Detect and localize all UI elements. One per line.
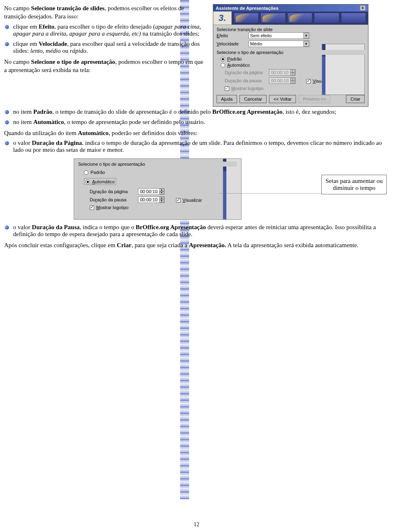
chevron-down-icon[interactable]: ▼ <box>159 200 164 203</box>
group-tipo-label: Selecione o tipo de apresentação <box>217 50 365 55</box>
label-dur-pausa: Duração da pausa <box>90 197 135 202</box>
combo-value: Sem efeito <box>250 33 272 38</box>
chevron-up-icon[interactable]: ▲ <box>159 197 164 200</box>
spinner-value: 00:00:10 <box>269 70 290 75</box>
wizard-dialog: Assistente de Apresentações × 3. <box>213 4 368 107</box>
text-bold: Duração da Pausa <box>32 224 80 230</box>
inset-tipo-panel: Selecione o tipo de apresentação Padrão … <box>74 158 242 220</box>
text: , para que seja criada a <box>131 242 189 248</box>
checkbox-icon <box>225 86 229 91</box>
chevron-up-icon: ▲ <box>290 78 295 81</box>
text-bold: BrOffice.org Apresentação <box>212 108 282 115</box>
step-number: 3. <box>213 11 232 25</box>
text-italic: rápido <box>70 47 86 54</box>
checkbox-logo[interactable]: Mostrar logotipo <box>90 205 129 210</box>
chevron-up-icon: ▲ <box>290 70 295 72</box>
text-bold: Selecione transição de slides <box>31 5 105 11</box>
text-bold: Duração da Página <box>32 140 82 146</box>
text: o valor <box>13 140 32 146</box>
chevron-down-icon[interactable]: ▼ <box>303 41 309 47</box>
label-dur-pagina: Duração da página <box>225 70 266 75</box>
button-label: Próximo >> <box>303 97 326 101</box>
text-bold: Velocidade <box>38 41 67 47</box>
combo-velocidade[interactable]: Médio▼ <box>248 41 310 47</box>
spinner-dur-pausa[interactable]: 00:00:10▲▼ <box>138 196 165 203</box>
combo-value: Médio <box>250 41 262 46</box>
step-arrow-icon <box>341 13 366 23</box>
step-arrow-icon <box>314 13 339 23</box>
text: , poderão ser definidos dois valores: <box>108 130 197 136</box>
chevron-down-icon[interactable]: ▼ <box>303 33 309 38</box>
text-bold: BrOffice.org Apresentação <box>136 224 206 230</box>
wizard-stepbar: 3. <box>213 11 368 25</box>
wizard-titlebar: Assistente de Apresentações × <box>213 5 368 11</box>
checkbox-visualizar[interactable]: Visualizar <box>176 197 202 203</box>
text: No campo <box>4 5 31 11</box>
text: Após concluir estas configurações, cliqu… <box>4 242 117 248</box>
paragraph-intro: No campo Selecione transição de slides, … <box>4 4 207 21</box>
text: no item <box>13 119 33 125</box>
text-bold: Apresentação. <box>189 242 226 248</box>
text: , para escolher o tipo de efeito desejad… <box>54 23 155 30</box>
text-bold: Criar <box>117 242 131 248</box>
paragraph-auto: Quando da utilização do item Automático,… <box>4 129 389 137</box>
text: , o tempo de apresentação pode ser defin… <box>64 119 205 125</box>
slide-preview <box>223 159 241 219</box>
button-label: << Voltar <box>273 97 291 101</box>
text-bold: Efeito <box>38 23 54 30</box>
radio-auto-row[interactable]: Automático <box>84 178 116 185</box>
radio-icon[interactable] <box>221 57 225 61</box>
chevron-up-icon[interactable]: ▲ <box>159 189 164 192</box>
chevron-down-icon[interactable]: ▼ <box>159 192 164 194</box>
radio-padrao-row[interactable]: Padrão <box>84 169 237 175</box>
text: clique em <box>13 23 38 30</box>
checkbox-icon[interactable] <box>90 205 94 210</box>
page-content: No campo Selecione transição de slides, … <box>4 4 389 250</box>
proximo-button: Próximo >> <box>298 95 330 103</box>
checkbox-logo: Mostrar logotipo <box>225 86 264 91</box>
text: ou <box>61 47 70 54</box>
group-transition-label: Selecione transição de slide <box>217 27 365 32</box>
voltar-button[interactable]: << Voltar <box>269 95 296 103</box>
spinner-dur-pagina[interactable]: 00:00:10▲▼ <box>138 188 165 195</box>
bullet-efeito: clique em Efeito, para escolher o tipo d… <box>4 23 207 37</box>
text: . <box>86 47 88 54</box>
ajuda-button[interactable]: Ajuda <box>217 95 237 103</box>
text: na transição dos slides; <box>141 30 199 37</box>
text-bold: Padrão <box>33 108 52 115</box>
bullet-velocidade: clique em Velocidade, para escolher qual… <box>4 41 207 54</box>
button-label: Criar <box>350 97 360 101</box>
checkbox-icon[interactable] <box>306 79 311 83</box>
wizard-title: Assistente de Apresentações <box>216 6 278 11</box>
step-arrow-icon <box>260 13 285 23</box>
text: , isto é, dez segundos; <box>282 108 337 115</box>
text: A tela da apresentação será exibida auto… <box>226 242 358 248</box>
paragraph-tipo: No campo Selecione o tipo de apresentaçã… <box>4 58 207 74</box>
criar-button[interactable]: Criar <box>346 95 365 103</box>
text-bold: Automático <box>78 130 108 136</box>
close-icon[interactable]: × <box>360 5 366 11</box>
chevron-down-icon: ▼ <box>290 72 295 75</box>
text-italic: lento, médio <box>30 47 61 54</box>
text: No campo <box>4 59 31 65</box>
button-label: Ajuda <box>221 97 233 101</box>
text: no item <box>13 108 33 115</box>
radio-icon[interactable] <box>86 180 90 184</box>
button-label: Cancelar <box>244 97 262 101</box>
combo-efeito[interactable]: Sem efeito▼ <box>248 32 310 39</box>
radio-icon[interactable] <box>221 63 225 68</box>
chevron-down-icon: ▼ <box>290 81 295 83</box>
text-bold: Automático <box>33 119 64 125</box>
checkbox-icon[interactable] <box>176 198 181 203</box>
label-dur-pagina: Duração da página <box>90 189 135 194</box>
bullet-dur-pausa: o valor Duração da Pausa, indica o tempo… <box>4 224 389 238</box>
spinner-value: 00:00:10 <box>138 197 159 202</box>
text: o valor <box>13 224 32 230</box>
label-velocidade: Velocidade <box>217 41 245 46</box>
bullet-automatico: no item Automático, o tempo de apresenta… <box>4 119 389 126</box>
text: Quando da utilização do item <box>4 130 78 136</box>
text-bold: Selecione o tipo de apresentação <box>31 59 115 65</box>
cancelar-button[interactable]: Cancelar <box>239 95 267 103</box>
radio-icon[interactable] <box>84 170 88 175</box>
page-number: 12 <box>0 521 393 528</box>
